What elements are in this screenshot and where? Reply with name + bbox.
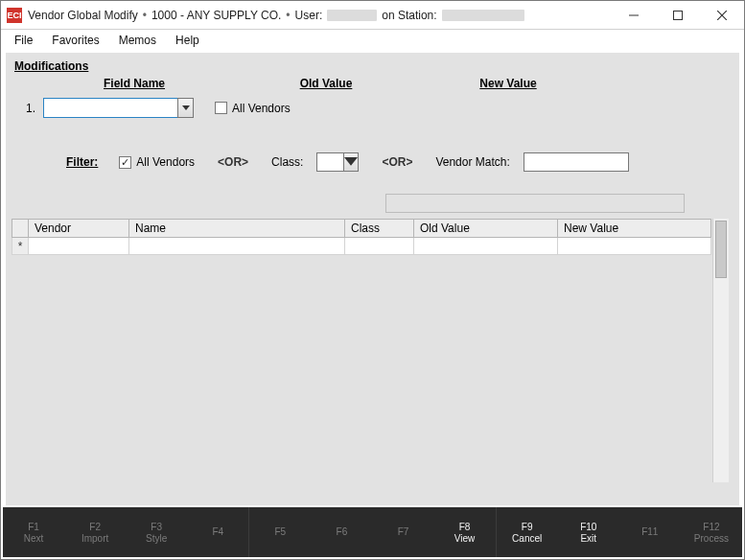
- grid-header-name[interactable]: Name: [129, 220, 345, 238]
- fkey-label: Next: [24, 533, 44, 544]
- app-icon: ECI: [7, 8, 22, 23]
- modification-row-1: 1. All Vendors: [7, 98, 738, 118]
- close-button[interactable]: [700, 1, 744, 30]
- fkey-key: F12: [703, 522, 719, 532]
- fkey-key: F6: [337, 526, 348, 537]
- fkey-label: Process: [694, 533, 729, 544]
- title-user-label: User:: [295, 9, 323, 22]
- grid-header-new-value[interactable]: New Value: [558, 220, 711, 238]
- function-key-bar: F1NextF2ImportF3StyleF4F5F6F7F8ViewF9Can…: [3, 507, 742, 557]
- header-old-value: Old Value: [225, 77, 427, 90]
- maximize-button[interactable]: [656, 1, 700, 30]
- fkey-f2[interactable]: F2Import: [64, 507, 126, 557]
- all-vendors-checkbox-row[interactable]: All Vendors: [215, 102, 291, 115]
- filter-label: Filter:: [66, 155, 98, 169]
- vendor-match-input[interactable]: [524, 152, 629, 172]
- fkey-f9[interactable]: F9Cancel: [496, 507, 558, 557]
- class-input[interactable]: [316, 152, 343, 172]
- fkey-key: F8: [459, 522, 471, 532]
- chevron-down-icon: [344, 157, 358, 168]
- fkey-f5[interactable]: F5: [248, 507, 311, 557]
- filter-row: Filter: All Vendors <OR> Class: <OR> Ven…: [7, 152, 738, 172]
- row-number: 1.: [7, 102, 43, 115]
- fkey-f10[interactable]: F10Exit: [558, 507, 619, 557]
- fkey-label: Cancel: [512, 533, 542, 544]
- menu-favorites[interactable]: Favorites: [42, 32, 108, 49]
- class-label: Class:: [271, 155, 303, 169]
- all-vendors-label: All Vendors: [232, 102, 291, 115]
- fkey-f6[interactable]: F6: [311, 507, 372, 557]
- grid-cell[interactable]: [414, 238, 558, 255]
- field-name-combo[interactable]: [43, 98, 194, 118]
- header-field-name: Field Name: [43, 77, 225, 90]
- fkey-label: View: [454, 533, 476, 544]
- grid-header-class[interactable]: Class: [345, 220, 414, 238]
- title-separator: •: [143, 9, 147, 22]
- fkey-key: F4: [212, 526, 223, 537]
- grid-cell[interactable]: [29, 238, 129, 255]
- title-separator: •: [286, 9, 290, 22]
- filter-all-vendors-label: All Vendors: [136, 155, 195, 169]
- menu-memos[interactable]: Memos: [109, 32, 166, 49]
- fkey-key: F11: [641, 526, 658, 537]
- fkey-f3[interactable]: F3Style: [126, 507, 187, 557]
- title-station-label: on Station:: [382, 9, 436, 22]
- fkey-key: F10: [580, 522, 596, 532]
- minimize-icon: [629, 11, 639, 20]
- disabled-display-box: [385, 194, 685, 213]
- title-prefix: Vendor Global Modify: [28, 9, 138, 22]
- fkey-key: F3: [151, 522, 162, 532]
- fkey-key: F2: [89, 522, 101, 532]
- minimize-button[interactable]: [612, 1, 656, 30]
- grid-wrap: Vendor Name Class Old Value New Value *: [12, 219, 729, 482]
- maximize-icon: [673, 11, 683, 20]
- menu-file[interactable]: File: [5, 32, 42, 49]
- grid-cell[interactable]: [345, 238, 414, 255]
- fkey-label: Exit: [580, 533, 596, 544]
- fkey-key: F5: [275, 526, 287, 537]
- chevron-down-icon: [182, 105, 190, 111]
- grid-corner: [12, 220, 29, 238]
- filter-all-vendors-checkbox[interactable]: [119, 156, 131, 169]
- close-icon: [717, 11, 727, 20]
- new-row-marker: *: [12, 238, 29, 255]
- class-combo[interactable]: [316, 152, 359, 172]
- title-bar: ECI Vendor Global Modify • 1000 - ANY SU…: [1, 1, 744, 30]
- grid-header-old-value[interactable]: Old Value: [414, 220, 558, 238]
- menu-help[interactable]: Help: [166, 32, 209, 49]
- grid-new-row[interactable]: *: [12, 238, 711, 255]
- class-dropdown-button[interactable]: [343, 152, 359, 172]
- title-station-redacted: [442, 10, 524, 21]
- vendor-grid[interactable]: Vendor Name Class Old Value New Value *: [12, 219, 711, 255]
- fkey-key: F1: [28, 522, 39, 532]
- fkey-label: Import: [81, 533, 108, 544]
- scrollbar-thumb[interactable]: [715, 221, 727, 278]
- menu-bar: File Favorites Memos Help: [1, 30, 744, 51]
- vertical-scrollbar[interactable]: [712, 219, 729, 482]
- title-user-redacted: [327, 10, 377, 21]
- fkey-key: F7: [398, 526, 409, 537]
- filter-all-vendors-checkbox-wrap[interactable]: All Vendors: [119, 155, 195, 169]
- content-panel: Modifications Field Name Old Value New V…: [6, 53, 739, 505]
- or-text-2: <OR>: [382, 155, 412, 169]
- all-vendors-checkbox[interactable]: [215, 102, 227, 114]
- modifications-heading: Modifications: [14, 59, 738, 73]
- field-name-input[interactable]: [43, 98, 177, 118]
- fkey-f7[interactable]: F7: [372, 507, 433, 557]
- fkey-f12[interactable]: F12Process: [681, 507, 742, 557]
- grid-header-vendor[interactable]: Vendor: [29, 220, 129, 238]
- grid-cell[interactable]: [129, 238, 345, 255]
- title-company: 1000 - ANY SUPPLY CO.: [151, 9, 281, 22]
- field-name-dropdown-button[interactable]: [177, 98, 194, 118]
- grid-cell[interactable]: [558, 238, 711, 255]
- fkey-label: Style: [146, 533, 167, 544]
- fkey-f4[interactable]: F4: [187, 507, 248, 557]
- modification-column-headers: Field Name Old Value New Value: [7, 77, 738, 90]
- window-title: Vendor Global Modify • 1000 - ANY SUPPLY…: [28, 9, 524, 22]
- fkey-f8[interactable]: F8View: [434, 507, 496, 557]
- fkey-f11[interactable]: F11: [619, 507, 681, 557]
- svg-rect-0: [674, 11, 683, 19]
- or-text-1: <OR>: [218, 155, 248, 169]
- fkey-f1[interactable]: F1Next: [3, 507, 64, 557]
- window-controls: [612, 1, 744, 30]
